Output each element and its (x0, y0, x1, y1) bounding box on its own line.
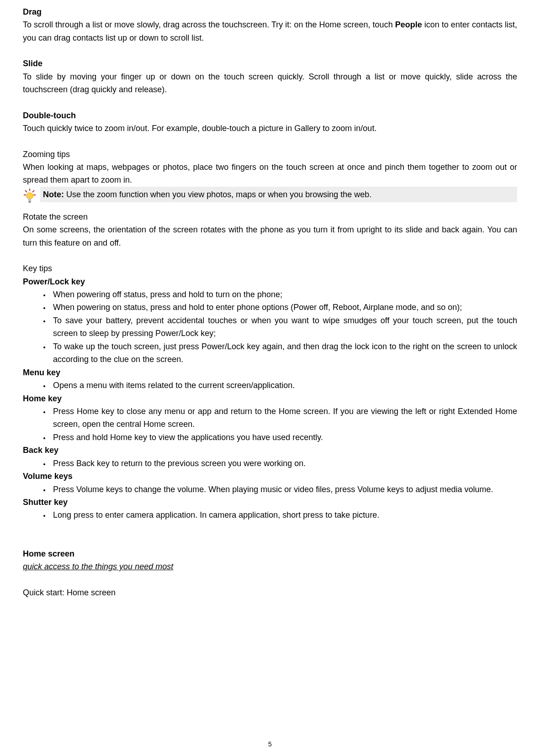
heading-power-key: Power/Lock key (23, 275, 517, 288)
text-drag-a: To scroll through a list or move slowly,… (23, 20, 395, 29)
heading-menu-key: Menu key (23, 366, 517, 379)
list-back-key: Press Back key to return to the previous… (23, 457, 517, 470)
heading-quick-start: Quick start: Home screen (23, 586, 517, 599)
svg-rect-6 (28, 199, 31, 201)
paragraph-zooming-tips: When looking at maps, webpages or photos… (23, 161, 517, 187)
heading-key-tips: Key tips (23, 262, 517, 275)
note-box: Note: Use the zoom function when you vie… (40, 187, 517, 202)
heading-home-screen: Home screen (23, 547, 517, 560)
list-item: Press Back key to return to the previous… (50, 457, 517, 470)
svg-rect-7 (28, 201, 31, 203)
note-label: Note: (43, 190, 64, 199)
list-item: When powering off status, press and hold… (50, 288, 517, 301)
list-volume-keys: Press Volume keys to change the volume. … (23, 483, 517, 496)
manual-page: Drag To scroll through a list or move sl… (0, 0, 540, 756)
list-menu-key: Opens a menu with items related to the c… (23, 379, 517, 392)
subheading-home-screen: quick access to the things you need most (23, 560, 517, 573)
list-item: Press and hold Home key to view the appl… (50, 431, 517, 444)
heading-double-touch: Double-touch (23, 109, 517, 122)
list-home-key: Press Home key to close any menu or app … (23, 405, 517, 444)
list-item: When powering on status, press and hold … (50, 301, 517, 314)
list-item: Press Volume keys to change the volume. … (50, 483, 517, 496)
list-item: Press Home key to close any menu or app … (50, 405, 517, 431)
list-item: Opens a menu with items related to the c… (50, 379, 517, 392)
page-number: 5 (0, 740, 540, 748)
heading-back-key: Back key (23, 444, 517, 457)
paragraph-rotate: On some screens, the orientation of the … (23, 223, 517, 249)
svg-line-2 (32, 190, 34, 192)
heading-volume-keys: Volume keys (23, 470, 517, 483)
heading-home-key: Home key (23, 392, 517, 405)
paragraph-double-touch: Touch quickly twice to zoom in/out. For … (23, 122, 517, 135)
paragraph-slide: To slide by moving your finger up or dow… (23, 70, 517, 96)
heading-slide: Slide (23, 57, 517, 70)
note-row: Note: Use the zoom function when you vie… (23, 187, 517, 204)
list-power-key: When powering off status, press and hold… (23, 288, 517, 366)
note-body: Use the zoom function when you view phot… (64, 190, 371, 199)
heading-rotate: Rotate the screen (23, 210, 517, 223)
paragraph-drag: To scroll through a list or move slowly,… (23, 18, 517, 44)
svg-line-1 (25, 190, 27, 192)
list-item: To save your battery, prevent accidental… (50, 314, 517, 340)
list-item: Long press to enter camera application. … (50, 509, 517, 521)
heading-zooming-tips: Zooming tips (23, 148, 517, 161)
list-item: To wake up the touch screen, just press … (50, 340, 517, 366)
text-people-word: People (395, 20, 422, 29)
lightbulb-icon (23, 188, 37, 204)
heading-shutter-key: Shutter key (23, 496, 517, 509)
svg-point-5 (26, 193, 33, 199)
list-shutter-key: Long press to enter camera application. … (23, 509, 517, 521)
heading-drag: Drag (23, 5, 517, 18)
